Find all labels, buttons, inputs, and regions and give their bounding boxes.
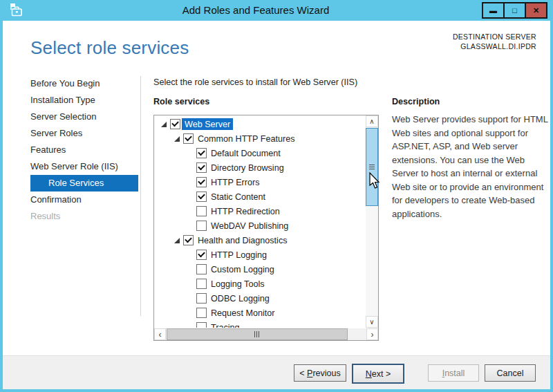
checkbox-common-http-features[interactable]	[183, 133, 194, 144]
sidebar-item-features[interactable]: Features	[30, 142, 138, 158]
tree-item-label: HTTP Logging	[211, 250, 267, 260]
tree-row-common-http-features[interactable]: Common HTTP Features	[154, 131, 365, 146]
vertical-scrollbar[interactable]: ∧ ∨	[366, 115, 378, 328]
checkbox-odbc-logging[interactable]	[196, 293, 207, 304]
expand-triangle-icon[interactable]	[171, 136, 183, 142]
scroll-down-icon[interactable]: ∨	[366, 316, 378, 328]
tree-item-label: WebDAV Publishing	[211, 221, 288, 231]
window-controls: ▬ □ ✕	[483, 2, 547, 19]
checkbox-webdav-publishing[interactable]	[196, 221, 207, 231]
wizard-footer: < PreviousNext >InstallCancel	[3, 355, 550, 389]
sidebar-item-before-you-begin[interactable]: Before You Begin	[30, 75, 138, 92]
destination-server-block: DESTINATION SERVER GLASSWALL.DI.IPDR	[453, 32, 536, 51]
role-services-label: Role services	[153, 97, 209, 106]
scrollbar-grip-icon	[254, 331, 260, 337]
scroll-right-icon[interactable]: ›	[366, 328, 378, 340]
checkbox-health-and-diagnostics[interactable]	[183, 235, 194, 245]
wizard-body: Select role services DESTINATION SERVER …	[3, 21, 550, 356]
tree-row-health-and-diagnostics[interactable]: Health and Diagnostics	[154, 233, 365, 248]
tree-row-directory-browsing[interactable]: Directory Browsing	[154, 160, 365, 175]
close-button[interactable]: ✕	[525, 2, 547, 19]
titlebar: Add Roles and Features Wizard ▬ □ ✕	[0, 0, 553, 21]
tree-item-label: Common HTTP Features	[198, 134, 294, 144]
sidebar-item-server-roles[interactable]: Server Roles	[30, 125, 138, 142]
tree-row-http-logging[interactable]: HTTP Logging	[154, 248, 365, 262]
mouse-cursor	[369, 172, 381, 192]
tree-row-odbc-logging[interactable]: ODBC Logging	[154, 291, 365, 306]
checkbox-logging-tools[interactable]	[196, 279, 207, 289]
checkbox-http-logging[interactable]	[196, 250, 207, 260]
tree-item-label: Static Content	[211, 192, 265, 202]
instruction-text: Select the role services to install for …	[153, 77, 357, 87]
tree-row-webdav-publishing[interactable]: WebDAV Publishing	[154, 218, 365, 233]
maximize-button[interactable]: □	[503, 2, 526, 19]
window-title: Add Roles and Features Wizard	[41, 0, 470, 21]
tree-row-request-monitor[interactable]: Request Monitor	[154, 306, 365, 320]
checkbox-http-errors[interactable]	[196, 177, 207, 187]
sidebar-item-confirmation[interactable]: Confirmation	[30, 192, 138, 208]
vertical-scrollbar-thumb[interactable]	[366, 128, 378, 206]
checkbox-request-monitor[interactable]	[196, 308, 207, 318]
horizontal-scrollbar-thumb[interactable]	[167, 328, 348, 340]
scroll-left-icon[interactable]: ‹	[154, 328, 166, 340]
tree-rows: Web ServerCommon HTTP FeaturesDefault Do…	[154, 115, 365, 328]
tree-item-label: Default Document	[211, 149, 281, 158]
wizard-window: Add Roles and Features Wizard ▬ □ ✕ Sele…	[0, 0, 553, 392]
tree-item-label: Directory Browsing	[211, 163, 284, 173]
sidebar-item-web-server-role-iis[interactable]: Web Server Role (IIS)	[30, 158, 138, 175]
checkbox-directory-browsing[interactable]	[196, 162, 207, 173]
server-manager-toolbox-icon	[8, 3, 24, 18]
checkbox-custom-logging[interactable]	[196, 264, 207, 274]
tree-row-logging-tools[interactable]: Logging Tools	[154, 277, 365, 291]
tree-row-default-document[interactable]: Default Document	[154, 146, 365, 160]
tree-item-label: Web Server	[182, 118, 233, 130]
wizard-steps-sidebar: Before You BeginInstallation TypeServer …	[30, 75, 138, 225]
sidebar-item-installation-type[interactable]: Installation Type	[30, 92, 138, 109]
sidebar-item-results: Results	[30, 208, 138, 225]
sidebar-item-server-selection[interactable]: Server Selection	[30, 109, 138, 125]
expand-triangle-icon[interactable]	[171, 238, 183, 243]
install-button: Install	[428, 364, 479, 382]
destination-server-label: DESTINATION SERVER	[453, 32, 536, 41]
tree-item-label: Health and Diagnostics	[198, 236, 288, 245]
checkbox-web-server[interactable]	[170, 119, 180, 129]
next-button[interactable]: Next >	[352, 364, 404, 384]
tree-item-label: Tracing	[211, 323, 240, 328]
scrollbar-grip-icon	[369, 164, 375, 169]
tree-row-static-content[interactable]: Static Content	[154, 189, 365, 204]
description-text: Web Server provides support for HTML Web…	[392, 113, 550, 221]
checkbox-http-redirection[interactable]	[196, 206, 207, 216]
destination-server-name: GLASSWALL.DI.IPDR	[453, 41, 536, 51]
checkbox-default-document[interactable]	[196, 148, 207, 158]
tree-row-http-redirection[interactable]: HTTP Redirection	[154, 204, 365, 218]
horizontal-scrollbar[interactable]: ‹ ›	[154, 328, 378, 340]
scroll-up-icon[interactable]: ∧	[366, 115, 378, 127]
tree-row-custom-logging[interactable]: Custom Logging	[154, 262, 365, 277]
page-title: Select role services	[30, 37, 189, 59]
previous-button[interactable]: < Previous	[294, 364, 346, 382]
tree-row-web-server[interactable]: Web Server	[154, 117, 365, 131]
tree-item-label: HTTP Errors	[211, 178, 259, 187]
tree-row-tracing[interactable]: Tracing	[154, 320, 365, 328]
sidebar-divider	[140, 76, 141, 316]
tree-item-label: Request Monitor	[211, 308, 274, 318]
tree-item-label: Custom Logging	[211, 265, 274, 274]
sidebar-item-role-services[interactable]: Role Services	[30, 175, 138, 192]
minimize-button[interactable]: ▬	[482, 2, 505, 19]
checkbox-tracing[interactable]	[196, 322, 207, 328]
tree-item-label: ODBC Logging	[211, 294, 270, 304]
tree-item-label: Logging Tools	[211, 279, 265, 289]
role-services-tree: Web ServerCommon HTTP FeaturesDefault Do…	[153, 115, 379, 341]
expand-triangle-icon[interactable]	[158, 122, 170, 127]
cancel-button[interactable]: Cancel	[485, 364, 536, 382]
tree-row-http-errors[interactable]: HTTP Errors	[154, 175, 365, 189]
description-title: Description	[392, 97, 440, 106]
tree-item-label: HTTP Redirection	[211, 207, 280, 216]
checkbox-static-content[interactable]	[196, 192, 207, 202]
